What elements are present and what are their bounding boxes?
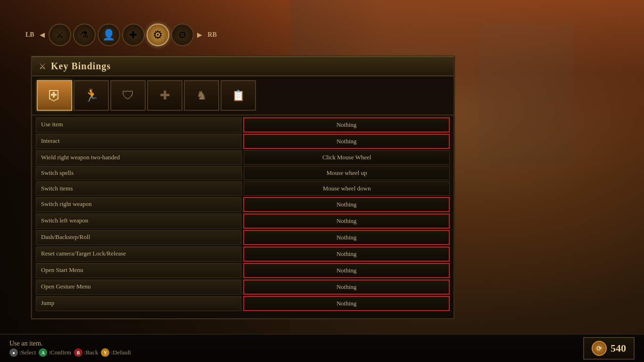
default-circle: Y: [101, 348, 109, 357]
binding-row-5[interactable]: Switch right weaponNothing: [36, 197, 450, 212]
binding-row-4[interactable]: Switch itemsMouse wheel down: [36, 181, 450, 196]
binding-row-7[interactable]: Dash/Backstep/RollNothing: [36, 230, 450, 245]
binding-row-10[interactable]: Open Gesture MenuNothing: [36, 280, 450, 295]
hint-buttons: ● :Select A :Confirm B :Back Y :Default: [9, 348, 583, 357]
binding-action-0: Use item: [36, 117, 241, 132]
binding-action-3: Switch spells: [36, 166, 242, 180]
top-navigation: LB ◄ ⚔ ⚗ 👤 ✚ ⚙ ⚙ ► RB: [24, 24, 219, 46]
binding-row-3[interactable]: Switch spellsMouse wheel up: [36, 166, 450, 180]
sub-tab-1[interactable]: 🏃: [74, 80, 109, 111]
binding-action-2: Wield right weapon two-handed: [36, 150, 242, 165]
bindings-area: Use itemNothingInteractNothingWield righ…: [32, 115, 454, 314]
panel-title-icon: ⚔: [39, 61, 46, 72]
binding-action-9: Open Start Menu: [36, 263, 241, 278]
binding-action-5: Switch right weapon: [36, 197, 241, 212]
binding-key-8[interactable]: Nothing: [243, 247, 450, 262]
sub-tab-4[interactable]: ♞: [184, 80, 219, 111]
binding-row-2[interactable]: Wield right weapon two-handedClick Mouse…: [36, 150, 450, 165]
binding-row-1[interactable]: InteractNothing: [36, 134, 450, 149]
binding-key-10[interactable]: Nothing: [243, 280, 450, 295]
binding-action-8: Reset camera/Target Lock/Release: [36, 247, 241, 262]
nav-icon-gear[interactable]: ⚙: [171, 24, 194, 46]
confirm-label: :Confirm: [49, 349, 71, 356]
binding-row-6[interactable]: Switch left weaponNothing: [36, 214, 450, 229]
back-circle: B: [74, 348, 83, 357]
right-bumper-label: RB: [207, 31, 216, 39]
confirm-circle: A: [39, 348, 47, 357]
nav-icon-head[interactable]: 👤: [98, 24, 120, 46]
sub-tabs-row: ⛨ 🏃 🛡 ✚ ♞ 📋: [32, 76, 454, 115]
panel-title: Key Bindings: [51, 61, 111, 72]
binding-row-9[interactable]: Open Start MenuNothing: [36, 263, 450, 278]
binding-key-5[interactable]: Nothing: [243, 197, 450, 212]
sub-tab-0[interactable]: ⛨: [37, 80, 72, 111]
binding-row-8[interactable]: Reset camera/Target Lock/ReleaseNothing: [36, 247, 450, 262]
binding-key-9[interactable]: Nothing: [243, 263, 450, 278]
binding-action-1: Interact: [36, 134, 241, 149]
sub-tab-2[interactable]: 🛡: [110, 80, 146, 111]
select-circle: ●: [9, 348, 18, 357]
binding-key-2[interactable]: Click Mouse Wheel: [244, 150, 450, 165]
sub-tab-3[interactable]: ✚: [147, 80, 182, 111]
binding-key-11[interactable]: Nothing: [243, 296, 450, 311]
binding-row-0[interactable]: Use itemNothing: [36, 117, 450, 132]
nav-icon-active[interactable]: ⚙: [147, 24, 169, 46]
binding-action-6: Switch left weapon: [36, 214, 241, 229]
binding-action-11: Jump: [36, 296, 241, 311]
binding-key-1[interactable]: Nothing: [243, 134, 450, 149]
select-label: :Select: [19, 349, 36, 356]
key-bindings-panel: ⚔ Key Bindings ⛨ 🏃 🛡 ✚ ♞ 📋 Use itemNothi…: [31, 56, 455, 320]
binding-key-3[interactable]: Mouse wheel up: [244, 166, 450, 180]
panel-header: ⚔ Key Bindings: [32, 57, 454, 76]
hint-text: Use an item.: [9, 340, 583, 347]
binding-row-11[interactable]: JumpNothing: [36, 296, 450, 311]
currency-icon: ⟳: [592, 341, 607, 356]
binding-key-4[interactable]: Mouse wheel down: [244, 181, 450, 196]
binding-action-4: Switch items: [36, 181, 242, 196]
sub-tab-5[interactable]: 📋: [221, 80, 256, 111]
nav-icon-sword[interactable]: ⚔: [49, 24, 71, 46]
hint-select: ● :Select: [9, 348, 36, 357]
hint-default: Y :Default: [101, 348, 131, 357]
bottom-bar: Use an item. ● :Select A :Confirm B :Bac…: [0, 334, 644, 362]
binding-key-0[interactable]: Nothing: [243, 117, 450, 132]
default-label: :Default: [111, 349, 131, 356]
right-arrow: ►: [196, 30, 204, 40]
left-arrow: ◄: [38, 30, 47, 40]
currency-display: ⟳ 540: [583, 337, 635, 360]
nav-icon-cross[interactable]: ✚: [122, 24, 145, 46]
back-label: :Back: [84, 349, 98, 356]
hint-confirm: A :Confirm: [39, 348, 71, 357]
binding-action-7: Dash/Backstep/Roll: [36, 230, 241, 245]
currency-symbol: ⟳: [596, 345, 602, 353]
binding-action-10: Open Gesture Menu: [36, 280, 241, 295]
binding-key-6[interactable]: Nothing: [243, 214, 450, 229]
binding-key-7[interactable]: Nothing: [243, 230, 450, 245]
hint-back: B :Back: [74, 348, 98, 357]
nav-icon-flask[interactable]: ⚗: [73, 24, 96, 46]
currency-amount: 540: [611, 342, 626, 354]
bottom-hint: Use an item. ● :Select A :Confirm B :Bac…: [9, 340, 583, 357]
left-bumper-label: LB: [25, 31, 34, 39]
bg-arch: [479, 24, 573, 165]
